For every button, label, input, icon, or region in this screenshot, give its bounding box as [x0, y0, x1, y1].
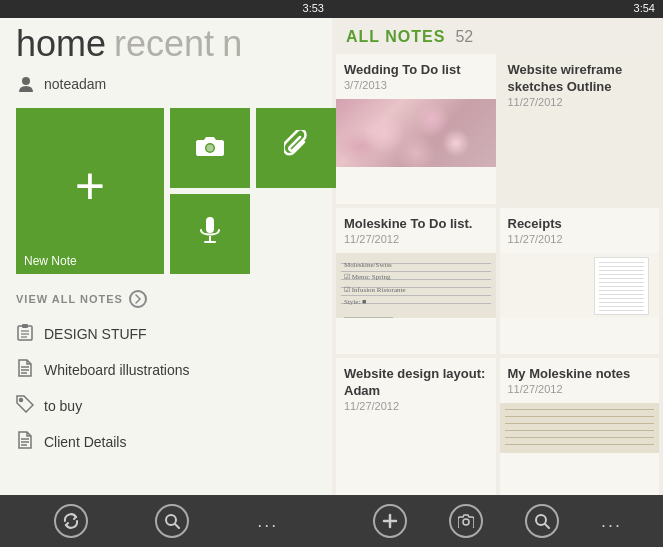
clipboard-icon: [16, 323, 34, 345]
svg-point-0: [22, 77, 30, 85]
paperclip-tile[interactable]: [256, 108, 336, 188]
list-item[interactable]: to buy: [16, 388, 316, 424]
receipt-paper: [594, 257, 649, 315]
note-title: My Moleskine notes: [508, 366, 652, 383]
right-time: 3:54: [634, 2, 655, 14]
svg-rect-3: [206, 217, 214, 233]
note-card-header: Moleskine To Do list. 11/27/2012: [336, 208, 496, 253]
flower-image: [336, 99, 496, 167]
note-card-header: Website design layout: Adam 11/27/2012: [336, 358, 496, 420]
note-date: 11/27/2012: [508, 233, 652, 249]
view-all-row[interactable]: VIEW ALL NOTES: [0, 282, 332, 316]
left-header: home recent n: [0, 18, 332, 68]
page-icon: [16, 359, 34, 381]
notes-count: 52: [455, 28, 473, 46]
left-panel: 3:53 home recent n noteadam + New Note: [0, 0, 332, 547]
note-date: 11/27/2012: [508, 383, 652, 399]
list-item[interactable]: Client Details: [16, 424, 316, 460]
camera-tile-icon: [195, 132, 225, 164]
left-bottom-bar: ...: [0, 495, 332, 547]
all-notes-title: ALL NOTES: [346, 28, 445, 46]
right-bottom-bar: ...: [332, 495, 663, 547]
note-card-mynotes[interactable]: My Moleskine notes 11/27/2012: [500, 358, 660, 495]
svg-line-24: [545, 524, 549, 528]
list-item-text: Client Details: [44, 434, 126, 450]
search-button-left[interactable]: [155, 504, 189, 538]
page-icon-2: [16, 431, 34, 453]
svg-rect-6: [18, 326, 32, 340]
mic-tile-icon: [198, 216, 222, 253]
more-button-left[interactable]: ...: [257, 511, 278, 532]
tag-icon: [16, 395, 34, 417]
right-header: ALL NOTES 52: [332, 18, 663, 54]
note-card-receipts[interactable]: Receipts 11/27/2012: [500, 208, 660, 355]
list-item-text: Whiteboard illustrations: [44, 362, 190, 378]
notes-list: DESIGN STUFF Whiteboard illustrations: [0, 316, 332, 495]
left-status-bar: 3:53: [0, 0, 332, 18]
n-label: n: [222, 26, 242, 62]
list-item-text: to buy: [44, 398, 82, 414]
moleskine-image: Moleskine/Swiss ☑ Menu: Spring ☑ Infusio…: [336, 253, 496, 318]
note-card-wedding[interactable]: Wedding To Do list 3/7/2013: [336, 54, 496, 204]
list-item-text: DESIGN STUFF: [44, 326, 147, 342]
right-panel: 3:54 ALL NOTES 52 Wedding To Do list 3/7…: [332, 0, 663, 547]
paperclip-tile-icon: [284, 130, 308, 167]
user-name: noteadam: [44, 76, 106, 92]
note-card-moleskine[interactable]: Moleskine To Do list. 11/27/2012 Moleski…: [336, 208, 496, 355]
note-title: Receipts: [508, 216, 652, 233]
note-card-webdesign[interactable]: Website design layout: Adam 11/27/2012: [336, 358, 496, 495]
svg-point-22: [463, 519, 469, 525]
note-date: 3/7/2013: [344, 79, 488, 95]
note-date: 11/27/2012: [508, 96, 652, 112]
user-icon: [16, 74, 36, 94]
search-button-right[interactable]: [525, 504, 559, 538]
moleskine-text: Moleskine/Swiss ☑ Menu: Spring ☑ Infusio…: [344, 259, 488, 318]
note-card-header: Receipts 11/27/2012: [500, 208, 660, 253]
note-card-wireframe[interactable]: Website wireframe sketches Outline 11/27…: [500, 54, 660, 204]
note-card-header: My Moleskine notes 11/27/2012: [500, 358, 660, 403]
view-all-text: VIEW ALL NOTES: [16, 293, 123, 305]
notes-grid: Wedding To Do list 3/7/2013 Website wire…: [332, 54, 663, 495]
note-title: Moleskine To Do list.: [344, 216, 488, 233]
list-item[interactable]: DESIGN STUFF: [16, 316, 316, 352]
mic-tile[interactable]: [170, 194, 250, 274]
note-title: Website wireframe sketches Outline: [508, 62, 652, 96]
moleskine2-image: [500, 403, 660, 453]
new-note-tile[interactable]: + New Note: [16, 108, 164, 274]
plus-icon: +: [75, 160, 105, 212]
right-status-bar: 3:54: [332, 0, 663, 18]
camera-tile[interactable]: [170, 108, 250, 188]
home-label: home: [16, 26, 106, 62]
svg-rect-7: [22, 324, 28, 328]
new-note-label: New Note: [24, 254, 77, 268]
note-date: 11/27/2012: [344, 400, 488, 416]
left-time: 3:53: [303, 2, 324, 14]
note-title: Wedding To Do list: [344, 62, 488, 79]
sync-button[interactable]: [54, 504, 88, 538]
receipts-image: [500, 253, 660, 318]
note-card-header: Website wireframe sketches Outline 11/27…: [500, 54, 660, 116]
svg-point-14: [20, 399, 23, 402]
more-button-right[interactable]: ...: [601, 511, 622, 532]
list-item[interactable]: Whiteboard illustrations: [16, 352, 316, 388]
note-date: 11/27/2012: [344, 233, 488, 249]
note-title: Website design layout: Adam: [344, 366, 488, 400]
tiles-grid: + New Note: [0, 100, 332, 282]
user-row: noteadam: [0, 68, 332, 100]
svg-point-2: [207, 145, 214, 152]
note-card-header: Wedding To Do list 3/7/2013: [336, 54, 496, 99]
add-note-button[interactable]: [373, 504, 407, 538]
view-all-arrow-icon: [129, 290, 147, 308]
camera-button-right[interactable]: [449, 504, 483, 538]
recent-label: recent: [114, 26, 214, 62]
svg-line-19: [175, 524, 179, 528]
